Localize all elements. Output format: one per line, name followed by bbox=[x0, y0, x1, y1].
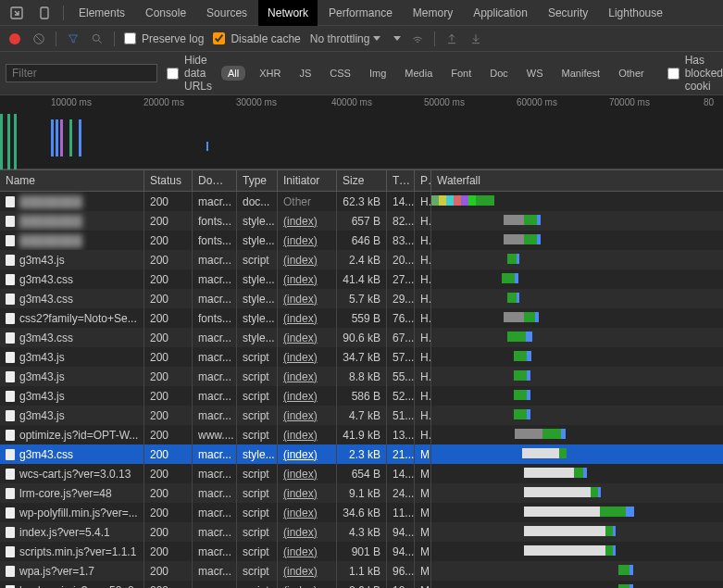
cell-priority: M bbox=[415, 522, 431, 542]
filter-media[interactable]: Media bbox=[400, 66, 437, 81]
cell-time: 51... bbox=[387, 406, 415, 425]
tab-memory[interactable]: Memory bbox=[404, 0, 462, 26]
cell-name: index.js?ver=5.4.1 bbox=[0, 522, 144, 542]
filter-img[interactable]: Img bbox=[365, 66, 391, 81]
cell-initiator[interactable]: (index) bbox=[278, 464, 337, 483]
col-size[interactable]: Size bbox=[337, 170, 387, 191]
cell-initiator[interactable]: Other bbox=[278, 192, 337, 211]
col-domain[interactable]: Doma... bbox=[193, 170, 237, 191]
preserve-log-checkbox[interactable]: Preserve log bbox=[124, 32, 204, 45]
cell-initiator[interactable]: (index) bbox=[278, 308, 337, 328]
table-row[interactable]: scripts.min.js?ver=1.1.1200macr...script… bbox=[0, 542, 723, 561]
cell-initiator[interactable]: (index) bbox=[278, 444, 337, 464]
record-button[interactable] bbox=[7, 31, 22, 46]
timeline-overview[interactable]: 10000 ms20000 ms30000 ms40000 ms50000 ms… bbox=[0, 95, 723, 169]
table-row[interactable]: index.js?ver=5.4.1200macr...script(index… bbox=[0, 522, 723, 542]
tab-performance[interactable]: Performance bbox=[319, 0, 402, 26]
throttling-select[interactable]: No throttling bbox=[310, 32, 381, 45]
table-row[interactable]: g3m43.css200macr...style...(index)5.7 kB… bbox=[0, 289, 723, 308]
cell-initiator[interactable]: (index) bbox=[278, 483, 337, 503]
disable-cache-checkbox[interactable]: Disable cache bbox=[213, 32, 300, 45]
table-row[interactable]: g3m43.js200macr...script(index)586 B52..… bbox=[0, 386, 723, 406]
tab-network[interactable]: Network bbox=[258, 0, 318, 26]
file-icon bbox=[6, 410, 15, 421]
cell-domain: macr... bbox=[193, 464, 237, 483]
cell-initiator[interactable]: (index) bbox=[278, 581, 337, 588]
table-row[interactable]: wp-polyfill.min.js?ver=...200macr...scri… bbox=[0, 503, 723, 522]
filter-css[interactable]: CSS bbox=[325, 66, 355, 81]
file-icon bbox=[6, 488, 15, 499]
cell-initiator[interactable]: (index) bbox=[278, 289, 337, 308]
table-row[interactable]: wpa.js?ver=1.7200macr...script(index)1.1… bbox=[0, 561, 723, 581]
table-row[interactable]: g3m43.js200macr...script(index)4.7 kB51.… bbox=[0, 406, 723, 425]
table-row[interactable]: g3m43.css200macr...style...(index)41.4 k… bbox=[0, 269, 723, 289]
table-row[interactable]: css2?family=Noto+Se...200fonts...style..… bbox=[0, 308, 723, 328]
cell-initiator[interactable]: (index) bbox=[278, 561, 337, 581]
table-row[interactable]: g3m43.js200macr...script(index)8.8 kB55.… bbox=[0, 367, 723, 386]
chevron-down-icon[interactable] bbox=[393, 36, 401, 41]
cell-initiator[interactable]: (index) bbox=[278, 406, 337, 425]
filter-xhr[interactable]: XHR bbox=[255, 66, 285, 81]
search-icon[interactable] bbox=[90, 31, 105, 46]
cell-initiator[interactable]: (index) bbox=[278, 250, 337, 269]
filter-font[interactable]: Font bbox=[446, 66, 476, 81]
col-time[interactable]: Ti... bbox=[387, 170, 415, 191]
tab-application[interactable]: Application bbox=[464, 0, 537, 26]
inspect-icon[interactable] bbox=[4, 0, 30, 26]
download-icon[interactable] bbox=[468, 31, 483, 46]
cell-initiator[interactable]: (index) bbox=[278, 522, 337, 542]
table-row[interactable]: optimize.js?id=OPT-W...200www....script(… bbox=[0, 425, 723, 444]
tab-security[interactable]: Security bbox=[539, 0, 597, 26]
filter-js[interactable]: JS bbox=[294, 66, 316, 81]
table-row[interactable]: g3m43.js200macr...script(index)2.4 kB20.… bbox=[0, 250, 723, 269]
table-row[interactable]: hooks.min.js?ver=50e2...200macr...script… bbox=[0, 581, 723, 588]
table-row[interactable]: ████████200macr...doc...Other62.3 kB14..… bbox=[0, 192, 723, 211]
table-row[interactable]: lrm-core.js?ver=48200macr...script(index… bbox=[0, 483, 723, 503]
table-row[interactable]: wcs-cart.js?ver=3.0.13200macr...script(i… bbox=[0, 464, 723, 483]
hide-data-urls[interactable]: Hide data URLs bbox=[167, 54, 212, 93]
cell-initiator[interactable]: (index) bbox=[278, 269, 337, 289]
col-initiator[interactable]: Initiator bbox=[278, 170, 337, 191]
table-row[interactable]: ████████200fonts...style...(index)657 B8… bbox=[0, 211, 723, 231]
cell-initiator[interactable]: (index) bbox=[278, 503, 337, 522]
filter-input[interactable] bbox=[6, 64, 157, 82]
cell-initiator[interactable]: (index) bbox=[278, 386, 337, 406]
has-blocked-cookies[interactable]: Has blocked cooki bbox=[667, 54, 723, 93]
cell-initiator[interactable]: (index) bbox=[278, 367, 337, 386]
col-priority[interactable]: P bbox=[415, 170, 431, 191]
table-row[interactable]: ████████200fonts...style...(index)646 B8… bbox=[0, 231, 723, 250]
tab-elements[interactable]: Elements bbox=[69, 0, 134, 26]
filter-other[interactable]: Other bbox=[614, 66, 649, 81]
wifi-icon[interactable] bbox=[410, 31, 425, 46]
cell-waterfall bbox=[431, 406, 723, 425]
tab-sources[interactable]: Sources bbox=[197, 0, 256, 26]
filter-icon[interactable] bbox=[66, 31, 81, 46]
cell-initiator[interactable]: (index) bbox=[278, 328, 337, 347]
cell-initiator[interactable]: (index) bbox=[278, 425, 337, 444]
table-row[interactable]: g3m43.css200macr...style...(index)2.3 kB… bbox=[0, 444, 723, 464]
cell-time: 57... bbox=[387, 347, 415, 367]
cell-initiator[interactable]: (index) bbox=[278, 347, 337, 367]
col-waterfall[interactable]: Waterfall bbox=[431, 170, 723, 191]
device-icon[interactable] bbox=[31, 0, 57, 26]
upload-icon[interactable] bbox=[444, 31, 459, 46]
filter-ws[interactable]: WS bbox=[522, 66, 548, 81]
table-row[interactable]: g3m43.js200macr...script(index)34.7 kB57… bbox=[0, 347, 723, 367]
cell-domain: macr... bbox=[193, 250, 237, 269]
tab-lighthouse[interactable]: Lighthouse bbox=[599, 0, 672, 26]
filter-all[interactable]: All bbox=[221, 66, 245, 81]
cell-priority: M bbox=[415, 444, 431, 464]
filter-doc[interactable]: Doc bbox=[485, 66, 513, 81]
clear-icon[interactable] bbox=[31, 31, 46, 46]
cell-priority: H.. bbox=[415, 386, 431, 406]
filter-manifest[interactable]: Manifest bbox=[557, 66, 605, 81]
cell-name: g3m43.css bbox=[0, 289, 144, 308]
col-type[interactable]: Type bbox=[237, 170, 278, 191]
cell-initiator[interactable]: (index) bbox=[278, 211, 337, 231]
tab-console[interactable]: Console bbox=[136, 0, 195, 26]
col-name[interactable]: Name bbox=[0, 170, 144, 191]
cell-initiator[interactable]: (index) bbox=[278, 542, 337, 561]
col-status[interactable]: Status bbox=[144, 170, 193, 191]
cell-initiator[interactable]: (index) bbox=[278, 231, 337, 250]
table-row[interactable]: g3m43.css200macr...style...(index)90.6 k… bbox=[0, 328, 723, 347]
